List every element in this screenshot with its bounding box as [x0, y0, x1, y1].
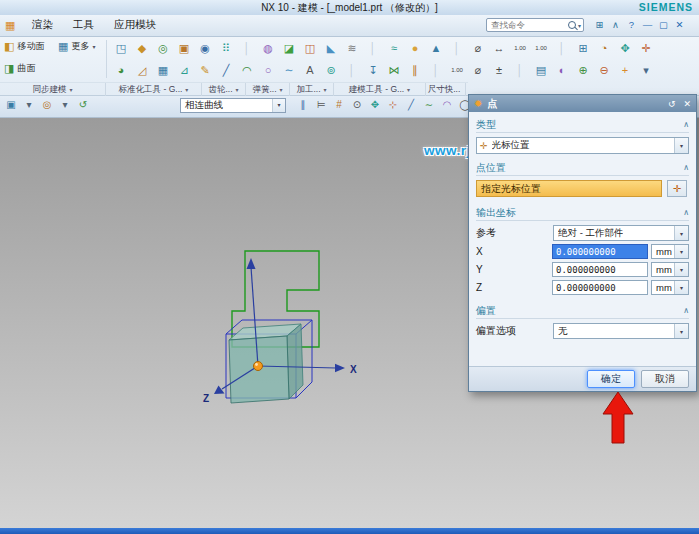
boolean-unite-icon[interactable]: ⊕ — [574, 61, 592, 79]
cancel-button[interactable]: 取消 — [641, 370, 689, 388]
line-icon[interactable]: ╱ — [217, 61, 235, 79]
shell-icon[interactable]: ◫ — [301, 39, 319, 57]
tab-render[interactable]: 渲染 — [22, 15, 63, 36]
group-machining[interactable]: 加工... ▾ — [290, 83, 334, 96]
linear-dimension-icon[interactable]: 1.00 — [532, 39, 550, 57]
unite-icon[interactable]: ◍ — [259, 39, 277, 57]
reference-dropdown[interactable]: 绝对 - 工作部件 ▾ — [553, 225, 689, 241]
x-coordinate-input[interactable]: 0.000000000 — [552, 244, 648, 259]
offset-curve-icon[interactable]: ⊚ — [322, 61, 340, 79]
expressions-icon[interactable]: ⊞ — [574, 39, 592, 57]
reset-filter-icon[interactable]: ↺ — [76, 97, 90, 113]
dialog-reset-icon[interactable]: ↺ — [668, 99, 676, 109]
point-pick-button[interactable]: ✛ — [667, 180, 687, 197]
group-spring[interactable]: 弹簧... ▾ — [246, 83, 290, 96]
measure-distance-icon[interactable]: ↔ — [490, 39, 508, 57]
cone-icon[interactable]: ▲ — [427, 39, 445, 57]
snap-curve-icon[interactable]: ∼ — [422, 97, 436, 113]
point-type-dropdown[interactable]: ✛ 光标位置 ▾ — [476, 137, 689, 154]
z-coordinate-input[interactable]: 0.000000000 — [552, 280, 648, 295]
more-button[interactable]: ▦ 更多 ▾ — [58, 40, 95, 53]
close-window-icon[interactable]: ✕ — [674, 18, 685, 32]
circle-icon[interactable]: ○ — [259, 61, 277, 79]
selection-scope-arrow-icon[interactable]: ▾ — [58, 97, 72, 113]
tab-tools[interactable]: 工具 — [63, 15, 104, 36]
section-point-location[interactable]: 点位置 ∧ — [476, 160, 689, 176]
move-face-button[interactable]: ◧ 移动面 — [4, 40, 44, 53]
section-offset[interactable]: 偏置 ∧ — [476, 303, 689, 319]
section-view-icon[interactable]: ◐ — [553, 61, 571, 79]
sweep-icon[interactable]: ≈ — [385, 39, 403, 57]
extrude-icon[interactable]: ◆ — [133, 39, 151, 57]
y-coordinate-input[interactable]: 0.000000000 — [552, 262, 648, 277]
draft-icon[interactable]: ◿ — [133, 61, 151, 79]
thread-icon[interactable]: ≋ — [343, 39, 361, 57]
intersection-curve-icon[interactable]: ⋈ — [385, 61, 403, 79]
datum-axis-icon[interactable]: ∥ — [406, 61, 424, 79]
section-output-coordinates[interactable]: 输出坐标 ∧ — [476, 205, 689, 221]
radial-dimension-icon[interactable]: 1.00 — [448, 61, 466, 79]
z-unit-dropdown[interactable]: mm ▾ — [651, 280, 689, 295]
project-curve-icon[interactable]: ↧ — [364, 61, 382, 79]
magnify-region-icon[interactable]: ⊙ — [350, 97, 364, 113]
group-standardization-tools[interactable]: 标准化工具 - G... ▾ — [106, 83, 202, 96]
add-command-icon[interactable]: + — [616, 61, 634, 79]
point-icon[interactable]: ✛ — [637, 39, 655, 57]
edge-blend-icon[interactable]: ◕ — [112, 61, 130, 79]
pattern-feature-icon[interactable]: ⠿ — [217, 39, 235, 57]
shaded-body[interactable] — [229, 324, 303, 403]
boolean-subtract-icon[interactable]: ⊖ — [595, 61, 613, 79]
show-results-icon[interactable]: ⊨ — [314, 97, 328, 113]
trim-body-icon[interactable]: ◪ — [280, 39, 298, 57]
search-input[interactable] — [489, 19, 566, 31]
sphere-icon[interactable]: ● — [406, 39, 424, 57]
tolerance-icon[interactable]: ± — [490, 61, 508, 79]
type-filter-arrow-icon[interactable]: ▾ — [22, 97, 36, 113]
search-dropdown-icon[interactable]: ▾ — [578, 22, 581, 29]
offset-option-dropdown[interactable]: 无 ▾ — [553, 323, 689, 339]
dialog-header[interactable]: ✹ 点 ↺ ✕ — [469, 95, 696, 112]
section-type[interactable]: 类型 ∧ — [476, 117, 689, 133]
move-object-icon[interactable]: ✥ — [616, 39, 634, 57]
group-dimension-quick[interactable]: 尺寸快... — [426, 83, 466, 96]
add-command-arrow-icon[interactable]: ▾ — [637, 61, 655, 79]
block-icon[interactable]: ▣ — [175, 39, 193, 57]
command-search[interactable]: ▾ — [486, 18, 584, 32]
tab-application-modules[interactable]: 应用模块 — [104, 15, 166, 36]
minimize-ribbon-icon[interactable]: ∧ — [610, 18, 621, 32]
text-icon[interactable]: A — [301, 61, 319, 79]
group-gear[interactable]: 齿轮... ▾ — [202, 83, 246, 96]
x-unit-dropdown[interactable]: mm ▾ — [651, 244, 689, 259]
help-icon[interactable]: ? — [626, 18, 637, 32]
chamfer-icon[interactable]: ◣ — [322, 39, 340, 57]
dialog-close-icon[interactable]: ✕ — [683, 99, 691, 109]
layer-settings-icon[interactable]: ▤ — [532, 61, 550, 79]
minimize-window-icon[interactable]: — — [642, 18, 653, 32]
y-unit-dropdown[interactable]: mm ▾ — [651, 262, 689, 277]
app-menu-icon[interactable]: ▦ — [5, 19, 15, 32]
measure-diameter-icon[interactable]: ⌀ — [469, 39, 487, 57]
grid-snap-icon[interactable]: # — [332, 97, 346, 113]
window-layout-icon[interactable]: ⊞ — [594, 18, 605, 32]
scale-body-icon[interactable]: ⊿ — [175, 61, 193, 79]
part-navigator-icon[interactable]: ◔ — [595, 39, 613, 57]
surface-button[interactable]: ◨ 曲面 — [4, 62, 35, 75]
snap-endpoint-icon[interactable]: ╱ — [404, 97, 418, 113]
revolve-icon[interactable]: ◎ — [154, 39, 172, 57]
move-handles-icon[interactable]: ✥ — [368, 97, 382, 113]
spline-icon[interactable]: ∼ — [280, 61, 298, 79]
ok-button[interactable]: 确定 — [587, 370, 635, 388]
arc-icon[interactable]: ◠ — [238, 61, 256, 79]
sketch-icon[interactable]: ✎ — [196, 61, 214, 79]
curve-rule-dropdown[interactable]: 相连曲线 ▾ — [180, 98, 286, 113]
specify-cursor-position-field[interactable]: 指定光标位置 — [476, 180, 662, 197]
type-filter-icon[interactable]: ▣ — [4, 97, 18, 113]
diameter-dimension-icon[interactable]: ⌀ — [469, 61, 487, 79]
datum-csys-icon[interactable]: ◳ — [112, 39, 130, 57]
hole-icon[interactable]: ◉ — [196, 39, 214, 57]
snap-point-icon[interactable]: ⊹ — [386, 97, 400, 113]
origin-point[interactable] — [254, 362, 263, 371]
selection-scope-icon[interactable]: ◎ — [40, 97, 54, 113]
group-sync-modeling[interactable]: 同步建模 ▾ — [0, 83, 106, 96]
snap-arc-icon[interactable]: ◠ — [440, 97, 454, 113]
